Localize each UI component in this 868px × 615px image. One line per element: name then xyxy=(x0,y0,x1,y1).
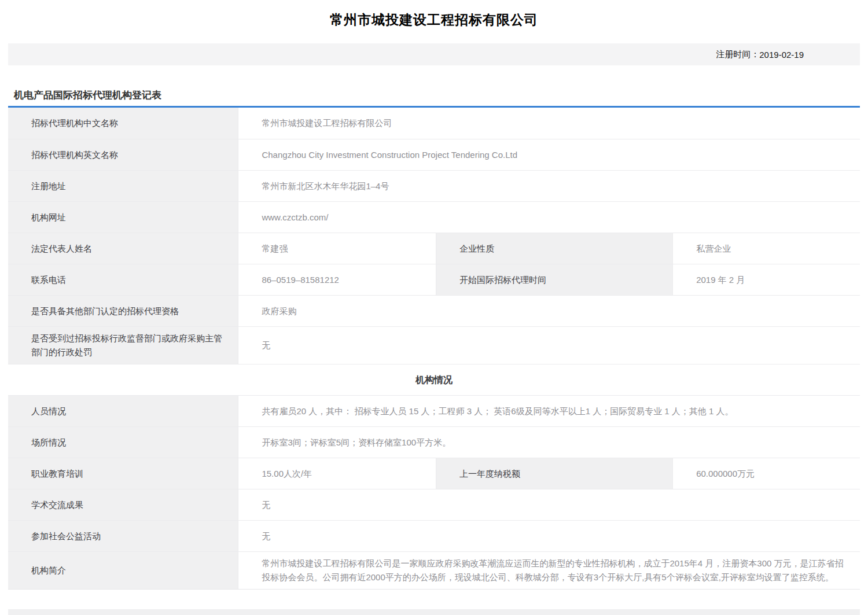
row-label-2-text: 上一年度纳税额 xyxy=(459,467,520,481)
table-row: 是否受到过招标投标行政监督部门或政府采购主管部门的行政处罚无 xyxy=(8,326,860,364)
row-label-text: 法定代表人姓名 xyxy=(31,242,92,256)
row-label: 职业教育培训 xyxy=(8,458,238,489)
registration-time-bar: 注册时间： 2019-02-19 xyxy=(8,43,860,65)
table-row: 联系电话86–0519–81581212开始国际招标代理时间2019 年 2 月 xyxy=(8,264,860,295)
row-label: 参加社会公益活动 xyxy=(8,521,238,551)
row-value-text: 常州市新北区水木年华花园1–4号 xyxy=(262,179,389,193)
row-label: 法定代表人姓名 xyxy=(8,233,238,264)
table-row: 职业教育培训15.00人次/年上一年度纳税额60.000000万元 xyxy=(8,458,860,489)
row-value-2: 私营企业 xyxy=(672,233,860,264)
row-value: 86–0519–81581212 xyxy=(238,264,436,295)
row-label-text: 是否受到过招标投标行政监督部门或政府采购主管部门的行政处罚 xyxy=(31,332,226,359)
row-label-2: 上一年度纳税额 xyxy=(436,458,672,489)
row-value-2-text: 私营企业 xyxy=(696,242,731,256)
row-label-text: 招标代理机构中文名称 xyxy=(31,116,118,130)
row-label: 机构简介 xyxy=(8,552,238,589)
section-header-cell-text: 机构情况 xyxy=(415,373,453,387)
row-label: 招标代理机构英文名称 xyxy=(8,139,238,170)
registration-table: 招标代理机构中文名称常州市城投建设工程招标有限公司招标代理机构英文名称Chang… xyxy=(8,106,860,590)
row-label-text: 机构简介 xyxy=(31,564,66,577)
row-label: 是否受到过招标投标行政监督部门或政府采购主管部门的行政处罚 xyxy=(8,327,238,364)
row-value-text: Changzhou City Investment Construction P… xyxy=(262,148,517,162)
row-value-2-text: 60.000000万元 xyxy=(696,467,755,481)
row-value: 常州市新北区水木年华花园1–4号 xyxy=(238,171,860,201)
table-row: 法定代表人姓名常建强企业性质私营企业 xyxy=(8,233,860,264)
row-label-2: 企业性质 xyxy=(436,233,672,264)
table-section-row: 机构情况 xyxy=(8,364,860,395)
row-label: 人员情况 xyxy=(8,396,238,426)
row-value: 开标室3间；评标室5间；资料存储室100平方米。 xyxy=(238,427,860,458)
row-value-text: 常州市城投建设工程招标有限公司是一家顺应政府采购改革潮流应运而生的新型的专业性招… xyxy=(262,557,848,584)
row-value-text: www.czctzb.com/ xyxy=(262,211,328,224)
row-label: 招标代理机构中文名称 xyxy=(8,108,238,139)
row-value: 无 xyxy=(238,489,860,520)
row-label-2-text: 开始国际招标代理时间 xyxy=(459,273,546,287)
row-value-2: 2019 年 2 月 xyxy=(672,264,860,295)
row-value: 常州市城投建设工程招标有限公司 xyxy=(238,108,860,139)
row-value-text: 无 xyxy=(262,529,270,543)
section-header-cell: 机构情况 xyxy=(8,364,860,395)
row-value: www.czctzb.com/ xyxy=(238,202,860,233)
row-label-text: 注册地址 xyxy=(31,179,66,193)
table-row: 招标代理机构英文名称Changzhou City Investment Cons… xyxy=(8,139,860,170)
row-label: 机构网址 xyxy=(8,202,238,233)
row-label-text: 机构网址 xyxy=(31,211,66,224)
table-row: 招标代理机构中文名称常州市城投建设工程招标有限公司 xyxy=(8,108,860,139)
row-label-text: 联系电话 xyxy=(31,273,66,287)
row-value-2-text: 2019 年 2 月 xyxy=(696,273,745,287)
row-value-2: 60.000000万元 xyxy=(672,458,860,489)
table-row: 场所情况开标室3间；评标室5间；资料存储室100平方米。 xyxy=(8,426,860,458)
table-row: 是否具备其他部门认定的招标代理资格政府采购 xyxy=(8,295,860,326)
row-label-text: 是否具备其他部门认定的招标代理资格 xyxy=(31,304,179,318)
row-label: 学术交流成果 xyxy=(8,489,238,520)
table-row: 参加社会公益活动无 xyxy=(8,520,860,551)
row-value: 15.00人次/年 xyxy=(238,458,436,489)
page: 常州市城投建设工程招标有限公司 注册时间： 2019-02-19 机电产品国际招… xyxy=(0,0,868,590)
form-section-title: 机电产品国际招标代理机构登记表 xyxy=(14,89,860,100)
footer-bar xyxy=(8,609,860,615)
row-value: 共有雇员20 人，其中： 招标专业人员 15 人；工程师 3 人； 英语6级及同… xyxy=(238,396,860,426)
table-row: 机构简介常州市城投建设工程招标有限公司是一家顺应政府采购改革潮流应运而生的新型的… xyxy=(8,551,860,589)
row-value-text: 共有雇员20 人，其中： 招标专业人员 15 人；工程师 3 人； 英语6级及同… xyxy=(262,404,733,418)
page-title: 常州市城投建设工程招标有限公司 xyxy=(0,0,868,27)
row-label: 联系电话 xyxy=(8,264,238,295)
row-value: 政府采购 xyxy=(238,296,860,326)
row-value-text: 开标室3间；评标室5间；资料存储室100平方米。 xyxy=(262,436,451,450)
row-label-text: 人员情况 xyxy=(31,404,66,418)
row-value: 无 xyxy=(238,327,860,364)
row-value-text: 政府采购 xyxy=(262,304,296,318)
row-value: 常建强 xyxy=(238,233,436,264)
table-row: 注册地址常州市新北区水木年华花园1–4号 xyxy=(8,170,860,201)
row-value-text: 常州市城投建设工程招标有限公司 xyxy=(262,116,392,130)
registration-time-label: 注册时间： xyxy=(716,49,759,60)
row-label: 场所情况 xyxy=(8,427,238,458)
table-row: 机构网址www.czctzb.com/ xyxy=(8,201,860,233)
row-label: 注册地址 xyxy=(8,171,238,201)
row-value-text: 无 xyxy=(262,338,270,352)
row-value: 常州市城投建设工程招标有限公司是一家顺应政府采购改革潮流应运而生的新型的专业性招… xyxy=(238,552,860,589)
table-row: 人员情况共有雇员20 人，其中： 招标专业人员 15 人；工程师 3 人； 英语… xyxy=(8,395,860,426)
row-value-text: 15.00人次/年 xyxy=(262,467,312,481)
row-label-text: 场所情况 xyxy=(31,436,66,450)
row-value-text: 86–0519–81581212 xyxy=(262,273,339,287)
row-label-text: 学术交流成果 xyxy=(31,498,83,512)
row-value: 无 xyxy=(238,521,860,551)
row-value-text: 无 xyxy=(262,498,270,512)
table-row: 学术交流成果无 xyxy=(8,489,860,520)
row-value-text: 常建强 xyxy=(262,242,288,256)
row-label-text: 招标代理机构英文名称 xyxy=(31,148,118,162)
row-label-2-text: 企业性质 xyxy=(459,242,494,256)
row-label-text: 参加社会公益活动 xyxy=(31,529,101,543)
row-value: Changzhou City Investment Construction P… xyxy=(238,139,860,170)
row-label-text: 职业教育培训 xyxy=(31,467,83,481)
row-label-2: 开始国际招标代理时间 xyxy=(436,264,672,295)
registration-time-value: 2019-02-19 xyxy=(759,50,804,60)
row-label: 是否具备其他部门认定的招标代理资格 xyxy=(8,296,238,326)
